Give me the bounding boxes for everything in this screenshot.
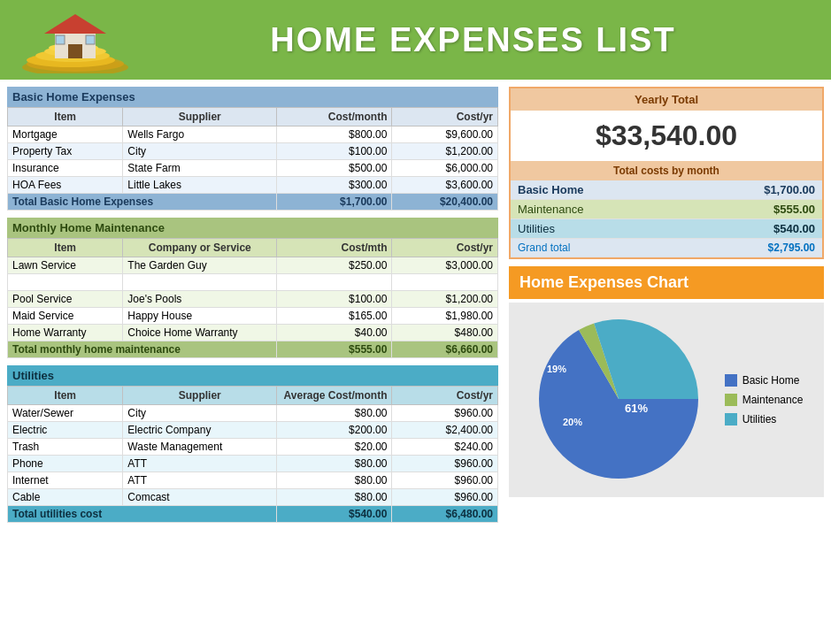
table-row: Internet ATT $80.00 $960.00: [8, 472, 498, 489]
legend-swatch-basic: [725, 374, 737, 387]
col-service: Company or Service: [123, 239, 277, 257]
chart-inner: 61% 19% 20% Basic Home Maintenance: [530, 310, 804, 490]
pie-label-basic: 61%: [625, 402, 648, 415]
house-icon: [18, 7, 133, 73]
legend-swatch-maint: [725, 394, 737, 406]
left-column: Basic Home Expenses Item Supplier Cost/m…: [7, 87, 498, 530]
utilities-section: Utilities Item Supplier Average Cost/mon…: [7, 365, 498, 523]
table-row: Maid Service Happy House $165.00 $1,980.…: [8, 308, 498, 325]
table-row: HOA Fees Little Lakes $300.00 $3,600.00: [8, 177, 498, 194]
maintenance-table: Item Company or Service Cost/mth Cost/yr…: [7, 238, 498, 358]
table-row: Pool Service Joe's Pools $100.00 $1,200.…: [8, 291, 498, 308]
table-row: Cable Comcast $80.00 $960.00: [8, 489, 498, 506]
table-row: Basic Home $1,700.00: [511, 180, 822, 200]
utilities-table: Item Supplier Average Cost/month Cost/yr…: [7, 386, 498, 523]
table-row: Mortgage Wells Fargo $800.00 $9,600.00: [8, 126, 498, 143]
maintenance-header: Monthly Home Maintenance: [7, 218, 498, 238]
col-supplier: Supplier: [123, 108, 277, 126]
total-row: Total monthly home maintenance $555.00 $…: [8, 341, 498, 358]
basic-home-table: Item Supplier Cost/month Cost/yr Mortgag…: [7, 107, 498, 211]
header: HOME EXPENSES LIST: [0, 0, 831, 80]
maintenance-section: Monthly Home Maintenance Item Company or…: [7, 218, 498, 358]
table-row: Phone ATT $80.00 $960.00: [8, 456, 498, 472]
svg-rect-10: [86, 35, 95, 44]
page-title: HOME EXPENSES LIST: [133, 21, 813, 59]
legend-maintenance: Maintenance: [725, 394, 804, 406]
legend-label-maint: Maintenance: [743, 394, 804, 406]
table-row: Utilities $540.00: [511, 219, 822, 239]
table-row: Electric Electric Company $200.00 $2,400…: [8, 422, 498, 439]
table-row: [8, 274, 498, 291]
col-cost-mth: Cost/mth: [277, 239, 392, 257]
svg-rect-9: [56, 35, 65, 44]
col-item: Item: [8, 387, 123, 405]
col-cost-year: Cost/yr: [392, 108, 498, 126]
total-row: Total Basic Home Expenses $1,700.00 $20,…: [8, 194, 498, 211]
total-row: Total utilities cost $540.00 $6,480.00: [8, 506, 498, 523]
table-row: Property Tax City $100.00 $1,200.00: [8, 143, 498, 160]
grand-total-row: Grand total $2,795.00: [511, 239, 822, 257]
right-column: Yearly Total $33,540.00 Total costs by m…: [498, 87, 824, 530]
col-avg-cost: Average Cost/month: [277, 387, 392, 405]
pie-chart: 61% 19% 20%: [530, 310, 707, 490]
col-cost-month: Cost/month: [277, 108, 392, 126]
legend-swatch-util: [725, 413, 737, 426]
legend-label-basic: Basic Home: [743, 374, 800, 387]
table-row: Water/Sewer City $80.00 $960.00: [8, 405, 498, 422]
pie-label-util: 20%: [563, 417, 582, 427]
yearly-amount: $33,540.00: [511, 111, 822, 161]
legend-basic-home: Basic Home: [725, 374, 804, 387]
col-item: Item: [8, 239, 123, 257]
basic-home-header: Basic Home Expenses: [7, 87, 498, 107]
table-row: Insurance State Farm $500.00 $6,000.00: [8, 160, 498, 177]
table-row: Lawn Service The Garden Guy $250.00 $3,0…: [8, 257, 498, 274]
svg-marker-7: [44, 14, 106, 34]
chart-title: Home Expenses Chart: [509, 266, 824, 299]
col-cost-yr: Cost/yr: [392, 239, 498, 257]
yearly-total-box: Yearly Total $33,540.00 Total costs by m…: [509, 87, 824, 259]
monthly-title: Total costs by month: [511, 161, 822, 180]
monthly-table: Basic Home $1,700.00 Maintenance $555.00…: [511, 180, 822, 257]
main-content: Basic Home Expenses Item Supplier Cost/m…: [0, 80, 831, 537]
basic-home-section: Basic Home Expenses Item Supplier Cost/m…: [7, 87, 498, 211]
pie-label-maint: 19%: [547, 364, 566, 374]
table-row: Home Warranty Choice Home Warranty $40.0…: [8, 325, 498, 341]
col-item: Item: [8, 108, 123, 126]
svg-rect-8: [68, 44, 82, 58]
legend-label-util: Utilities: [743, 413, 777, 426]
table-row: Maintenance $555.00: [511, 200, 822, 219]
chart-legend: Basic Home Maintenance Utilities: [725, 374, 804, 426]
chart-area: 61% 19% 20% Basic Home Maintenance: [509, 303, 824, 497]
legend-utilities: Utilities: [725, 413, 804, 426]
yearly-title: Yearly Total: [511, 88, 822, 111]
table-row: Trash Waste Management $20.00 $240.00: [8, 439, 498, 456]
col-cost-yr: Cost/yr: [392, 387, 498, 405]
utilities-header: Utilities: [7, 365, 498, 386]
col-supplier: Supplier: [123, 387, 277, 405]
